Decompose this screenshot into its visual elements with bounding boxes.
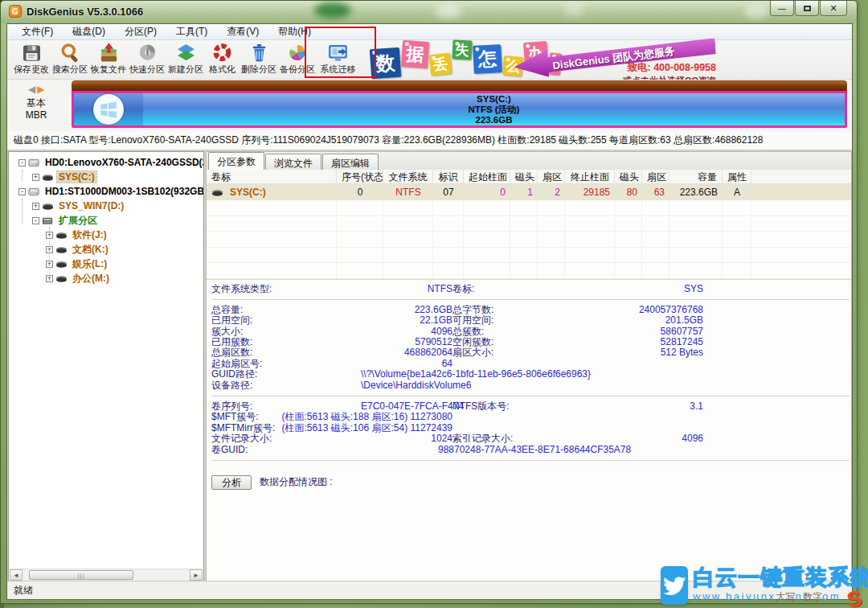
menu-item-4[interactable]: 查看(V) [217,23,268,40]
detail-value: NTFS [361,284,452,294]
detail-row: 总容量:223.6GB总字节数:240057376768 [211,305,851,315]
empty-table-row [207,263,851,279]
banner-tile: 丢 [429,53,452,76]
toolbar-button-quick-partition[interactable]: 快速分区 [128,40,166,79]
detail-value: 64 [361,359,452,369]
toolbar-button-format[interactable]: 格式化 [205,40,240,79]
close-button[interactable]: ✕ [820,1,847,16]
detail-label: 已用簇数: [211,337,361,347]
tree-expander-icon[interactable]: - [32,217,39,224]
tree-partition [55,244,68,255]
column-header-end_cyl[interactable]: 终止柱面 [565,170,615,183]
toolbar-label: 搜索分区 [52,64,88,75]
toolbar-button-backup-partition[interactable]: 备份分区 [278,40,317,79]
column-header-start_sec[interactable]: 扇区 [538,170,565,183]
scroll-thumb[interactable]: ||| [29,570,133,580]
tab-1[interactable]: 浏览文件 [265,154,321,170]
tree-item-label: SYS_WIN7(D:) [57,200,125,212]
tree-item-label: SYS(C:) [57,171,96,183]
detail-label: 设备路径: [211,380,361,391]
detail-value: SYS [546,284,703,294]
menu-item-0[interactable]: 文件(F) [12,23,63,40]
tree-expander-icon[interactable]: + [32,174,39,181]
column-header-end_sec[interactable]: 扇区 [642,170,669,183]
cell-volume-label: SYS(C:) [230,187,266,198]
detail-label: 已用空间: [211,315,361,326]
minimize-button[interactable]: — [770,1,794,16]
maximize-icon [804,6,811,11]
tree-expander-icon[interactable]: - [18,188,26,195]
tree-partition [42,172,54,183]
column-header-fs[interactable]: 文件系统 [383,170,433,183]
title-bar: G DiskGenius V5.3.0.1066 — ✕ [1,1,857,23]
tree-item--[interactable]: -扩展分区 [9,213,203,228]
tree-item-sys-c-[interactable]: +SYS(C:) [9,170,203,184]
tree-item-label: 扩展分区 [57,214,99,228]
column-header-start_cyl[interactable]: 起始柱面 [464,170,510,183]
tab-0[interactable]: 分区参数 [208,152,264,170]
column-header-attr[interactable]: 属性 [723,170,751,183]
partition-tree-panel: -HD0:LenovoX760-SATA-240GSSD(224+SYS(C:)… [8,151,204,582]
tree-expander-icon[interactable]: + [32,203,39,210]
toolbar-button-new-partition[interactable]: 新建分区 [166,40,205,79]
detail-label: 文件记录大小: [211,433,361,444]
tree-item-label: 办公(M:) [71,272,111,286]
tree-item--j-[interactable]: +软件(J:) [9,228,203,242]
tree-expander-icon[interactable]: - [18,159,26,166]
column-header-capacity[interactable]: 容量 [669,170,723,183]
tree-item-hd0-lenovox760-sata-240gssd-224[interactable]: -HD0:LenovoX760-SATA-240GSSD(224 [9,155,203,170]
detail-value: E7C0-047E-7FCA-F474 [361,401,452,412]
detail-label: 文件系统类型: [211,284,361,294]
detail-row: $MFTMirr簇号:11272439 (柱面:5613 磁头:106 扇区:5… [211,423,851,433]
detail-label: 扇区大小: [452,347,546,358]
menu-item-5[interactable]: 帮助(H) [268,23,321,40]
column-header-end_head[interactable]: 磁头 [615,170,642,183]
new-partition-icon [174,42,198,64]
delete-partition-icon [248,42,271,64]
toolbar-label: 恢复文件 [91,64,126,75]
tree-item--l-[interactable]: +娱乐(L:) [9,257,203,271]
tree-item--m-[interactable]: +办公(M:) [9,271,203,286]
toolbar-button-save[interactable]: 保存更改 [12,40,51,79]
detail-value: 22.1GB [361,315,452,326]
column-header-id[interactable]: 标识 [433,170,464,183]
cell-start_sec: 2 [538,187,565,198]
prev-disk-arrow-icon[interactable]: ◀ [28,84,37,95]
toolbar-button-system-migration[interactable]: 系统迁移 [317,40,359,79]
column-header-volume[interactable]: 卷标 [207,170,337,183]
maximize-button[interactable] [795,1,819,16]
tree-item--k-[interactable]: +文档(K:) [9,242,203,257]
details-separator [211,391,850,396]
menu-item-3[interactable]: 工具(T) [166,23,217,40]
analyze-button[interactable]: 分析 [211,475,252,490]
partition-block-sys-c[interactable]: SYS(C:) NTFS (活动) 223.6GB [72,91,847,128]
toolbar-button-search-partition[interactable]: 搜索分区 [51,40,89,79]
menu-item-1[interactable]: 磁盘(D) [63,23,115,40]
cell-index: 0 [337,187,383,198]
tree-item-hd1-st1000dm003-1sb102-932gb-[interactable]: -HD1:ST1000DM003-1SB102(932GB) [9,184,203,199]
tree-horizontal-scrollbar[interactable]: ◄ ||| ► [10,569,203,581]
menu-item-2[interactable]: 分区(P) [115,23,166,40]
banner-tile: 失 [452,39,472,60]
cell-id: 07 [433,187,464,198]
detail-row: $MFT簇号:11273080 (柱面:5613 磁头:188 扇区:16) [211,412,851,422]
promo-banner[interactable]: 数据丢失怎么办!DiskGenius 团队为您服务致电: 400-008-995… [369,40,718,80]
tree-item-sys-win7-d-[interactable]: +SYS_WIN7(D:) [9,199,203,213]
toolbar-button-delete-partition[interactable]: 删除分区 [240,40,278,79]
search-partition-icon [59,42,82,64]
toolbar-label: 系统迁移 [321,64,356,75]
table-row[interactable]: SYS(C:)0NTFS07012291858063223.6GBA [207,184,851,200]
column-header-index[interactable]: 序号(状态) [337,170,383,183]
cell-fs: NTFS [383,187,433,198]
column-header-start_head[interactable]: 磁头 [510,170,538,183]
scroll-left-arrow-icon[interactable]: ◄ [10,569,23,581]
scroll-right-arrow-icon[interactable]: ► [190,569,203,581]
tree-connector [22,170,23,181]
next-disk-arrow-icon[interactable]: ▶ [37,84,46,95]
cell-volume: SYS(C:) [207,187,337,198]
detail-value: 5790512 [361,337,452,347]
toolbar-button-recover-files[interactable]: 恢复文件 [89,40,128,79]
partition-size: 223.6GB [143,115,845,125]
tree-partition [42,201,54,212]
tab-2[interactable]: 扇区编辑 [322,154,379,170]
